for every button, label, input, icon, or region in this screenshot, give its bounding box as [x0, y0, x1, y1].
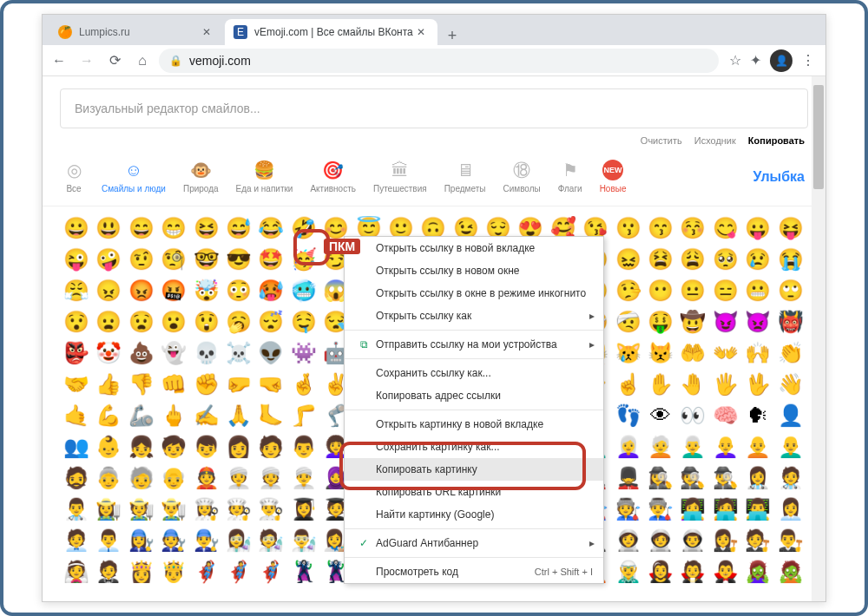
emoji-cell[interactable]: 🤕	[615, 309, 641, 335]
category-Смайлы и люди[interactable]: ☺Смайлы и люди	[102, 160, 166, 193]
emoji-cell[interactable]: 🤑	[648, 309, 674, 335]
emoji-cell[interactable]: 👸	[128, 559, 155, 585]
emoji-editor[interactable]: Визуальный редактор смайлов...	[60, 88, 808, 128]
emoji-cell[interactable]: 🤯	[194, 278, 220, 304]
emoji-cell[interactable]: 👺	[63, 340, 89, 366]
context-menu-item[interactable]: Открыть ссылку в окне в режиме инкогнито	[345, 282, 603, 305]
emoji-cell[interactable]: 🤛	[226, 371, 252, 397]
emoji-cell[interactable]: ☠️	[226, 340, 252, 366]
close-tab-icon[interactable]: ✕	[413, 26, 429, 38]
emoji-cell[interactable]: 👩‍🦲	[713, 434, 739, 460]
emoji-cell[interactable]: 😗	[615, 215, 641, 241]
category-Природа[interactable]: 🐵Природа	[183, 160, 219, 193]
category-Еда и напитки[interactable]: 🍔Еда и напитки	[236, 160, 293, 193]
emoji-cell[interactable]: 😠	[95, 278, 122, 304]
emoji-cell[interactable]: 👁	[648, 403, 674, 429]
emoji-cell[interactable]: 👤	[778, 403, 804, 429]
emoji-cell[interactable]: 👩‍🍳	[194, 496, 220, 522]
profile-avatar[interactable]: 👤	[770, 49, 792, 72]
emoji-cell[interactable]: 🧑‍🍳	[226, 496, 252, 522]
emoji-cell[interactable]: 👨‍🔧	[194, 528, 220, 554]
emoji-cell[interactable]: 😑	[713, 278, 739, 304]
emoji-cell[interactable]: 👹	[778, 309, 804, 335]
emoji-cell[interactable]: 🕵️	[680, 465, 706, 491]
emoji-cell[interactable]: 👨‍💼	[95, 528, 122, 554]
new-tab-button[interactable]: +	[439, 27, 466, 45]
emoji-cell[interactable]: 😴	[258, 309, 284, 335]
emoji-cell[interactable]: 😐	[680, 278, 706, 304]
emoji-cell[interactable]: 😶	[648, 278, 674, 304]
emoji-cell[interactable]: 👧	[128, 434, 155, 460]
emoji-cell[interactable]: 🤚	[680, 371, 706, 397]
emoji-cell[interactable]: 🦸	[226, 559, 252, 585]
emoji-cell[interactable]: 👨‍⚖️	[778, 528, 804, 554]
bookmark-icon[interactable]: ☆	[729, 52, 741, 69]
emoji-cell[interactable]: 👨	[291, 434, 317, 460]
emoji-cell[interactable]: 👨‍💻	[745, 496, 771, 522]
forward-button[interactable]: →	[76, 49, 98, 72]
category-Активность[interactable]: 🎯Активность	[310, 160, 356, 193]
emoji-cell[interactable]: 😎	[226, 246, 252, 272]
emoji-cell[interactable]: 😜	[63, 246, 89, 272]
emoji-cell[interactable]: 🧑‍💻	[713, 496, 739, 522]
emoji-cell[interactable]: 👣	[615, 403, 641, 429]
emoji-cell[interactable]: 🦾	[128, 403, 155, 429]
emoji-cell[interactable]: 🤩	[258, 246, 284, 272]
emoji-cell[interactable]: 👋	[778, 371, 804, 397]
emoji-cell[interactable]: 👩‍⚕️	[745, 465, 771, 491]
emoji-cell[interactable]: 😮	[161, 309, 187, 335]
emoji-cell[interactable]: 🙏	[226, 403, 252, 429]
emoji-cell[interactable]: 👲	[194, 465, 220, 491]
emoji-cell[interactable]: 🤵	[95, 559, 122, 585]
emoji-cell[interactable]: 🧑‍🌾	[128, 496, 155, 522]
emoji-cell[interactable]: 💩	[128, 340, 155, 366]
emoji-cell[interactable]: 👦	[194, 434, 220, 460]
emoji-cell[interactable]: 👴	[161, 465, 187, 491]
clear-button[interactable]: Очистить	[641, 135, 682, 146]
context-menu-item[interactable]: Открыть ссылку как	[345, 305, 603, 327]
emoji-cell[interactable]: 🤥	[615, 278, 641, 304]
emoji-cell[interactable]: 😿	[615, 340, 641, 366]
emoji-cell[interactable]: 🧑‍⚕️	[778, 465, 804, 491]
category-Путешествия[interactable]: 🏛Путешествия	[373, 160, 427, 193]
emoji-cell[interactable]: 😤	[63, 278, 89, 304]
context-menu-item[interactable]: Открыть ссылку в новом окне	[345, 259, 603, 282]
tab-vemoji[interactable]: E vEmoji.com | Все смайлы ВКонта ✕	[225, 19, 437, 45]
emoji-cell[interactable]: 🥵	[258, 278, 284, 304]
home-button[interactable]: ⌂	[131, 49, 154, 72]
category-Предметы[interactable]: 🖥Предметы	[444, 160, 486, 193]
emoji-cell[interactable]: 🧛‍♀️	[648, 559, 674, 585]
emoji-cell[interactable]: 🧠	[713, 403, 739, 429]
emoji-cell[interactable]: 👎	[128, 371, 155, 397]
emoji-cell[interactable]: 🕵️‍♀️	[648, 465, 674, 491]
context-menu-item[interactable]: ⧉Отправить ссылку на мои устройства	[345, 333, 603, 356]
emoji-cell[interactable]: 👐	[713, 340, 739, 366]
emoji-cell[interactable]: 👳	[258, 465, 284, 491]
emoji-cell[interactable]: 👻	[161, 340, 187, 366]
emoji-cell[interactable]: 😢	[745, 246, 771, 272]
emoji-cell[interactable]: 🤪	[95, 246, 122, 272]
close-tab-icon[interactable]: ✕	[199, 26, 214, 38]
emoji-cell[interactable]: 😆	[194, 215, 220, 241]
category-Новые[interactable]: NEWНовые	[600, 160, 627, 193]
scrollbar[interactable]	[812, 76, 825, 601]
emoji-cell[interactable]: 🦵	[291, 403, 317, 429]
emoji-cell[interactable]: 👨‍🦳	[680, 434, 706, 460]
emoji-cell[interactable]: 🤤	[291, 309, 317, 335]
emoji-cell[interactable]: 👩‍🔧	[128, 528, 155, 554]
emoji-cell[interactable]: ☝️	[615, 371, 641, 397]
emoji-cell[interactable]: 👀	[680, 403, 706, 429]
emoji-cell[interactable]: 😅	[226, 215, 252, 241]
emoji-cell[interactable]: 😈	[713, 309, 739, 335]
emoji-cell[interactable]: 👨‍🌾	[161, 496, 187, 522]
emoji-cell[interactable]: ✊	[194, 371, 220, 397]
emoji-cell[interactable]: 😭	[778, 246, 804, 272]
emoji-cell[interactable]: ✍️	[194, 403, 220, 429]
copy-button[interactable]: Копировать	[748, 135, 805, 146]
emoji-cell[interactable]: 🧒	[161, 434, 187, 460]
emoji-cell[interactable]: 👨‍🏭	[648, 496, 674, 522]
emoji-cell[interactable]: 👵	[95, 465, 122, 491]
emoji-cell[interactable]: 👳‍♂️	[291, 465, 317, 491]
emoji-cell[interactable]: 👿	[745, 309, 771, 335]
emoji-cell[interactable]: 🦹‍♀️	[291, 559, 317, 585]
